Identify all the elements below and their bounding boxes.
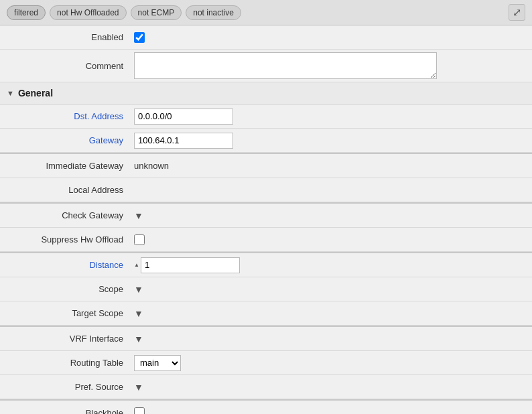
gateway-label: Gateway: [0, 135, 134, 145]
dst-address-input[interactable]: [134, 109, 233, 125]
check-gateway-dropdown-icon[interactable]: ▼: [134, 210, 143, 221]
scope-dropdown-icon[interactable]: ▼: [134, 284, 143, 295]
routing-table-value-container: main local default: [134, 355, 532, 371]
general-section-header[interactable]: ▼ General: [0, 82, 532, 105]
target-scope-dropdown-icon[interactable]: ▼: [134, 308, 143, 319]
vrf-interface-value-container: ▼: [134, 334, 532, 344]
scope-value-container: ▼: [134, 284, 532, 295]
vrf-interface-row: VRF Interface ▼: [0, 327, 532, 351]
top-filter-bar: filtered not Hw Offloaded not ECMP not i…: [0, 0, 532, 25]
enabled-checkbox[interactable]: [134, 32, 145, 43]
filter-tag-not-inactive[interactable]: not inactive: [186, 5, 241, 20]
target-scope-row: Target Scope ▼: [0, 301, 532, 326]
suppress-hw-offload-row: Suppress Hw Offload: [0, 228, 532, 252]
immediate-gateway-row: Immediate Gateway unknown: [0, 154, 532, 178]
check-gateway-value-container: ▼: [134, 210, 532, 221]
filter-tag-not-hw-offloaded[interactable]: not Hw Offloaded: [50, 5, 127, 20]
filter-tag-not-ecmp[interactable]: not ECMP: [131, 5, 182, 20]
vrf-interface-dropdown-icon[interactable]: ▼: [134, 334, 143, 344]
suppress-hw-offload-label: Suppress Hw Offload: [0, 234, 134, 245]
scope-label: Scope: [0, 284, 134, 294]
immediate-gateway-value: unknown: [134, 161, 169, 171]
gateway-row: Gateway: [0, 129, 532, 153]
immediate-gateway-value-container: unknown: [134, 161, 532, 171]
distance-up-arrow-icon[interactable]: ▲: [134, 263, 139, 268]
blackhole-label: Blackhole: [0, 408, 134, 415]
comment-field[interactable]: [134, 52, 437, 79]
local-address-label: Local Address: [0, 185, 134, 195]
gateway-input[interactable]: [134, 133, 233, 149]
distance-row: Distance ▲: [0, 253, 532, 277]
suppress-hw-offload-value-container: [134, 234, 532, 245]
check-gateway-row: Check Gateway ▼: [0, 204, 532, 228]
blackhole-checkbox[interactable]: [134, 407, 145, 414]
general-section-title: General: [18, 88, 53, 98]
comment-row: Comment: [0, 50, 532, 82]
distance-input[interactable]: [141, 257, 240, 273]
check-gateway-label: Check Gateway: [0, 210, 134, 220]
blackhole-row: Blackhole: [0, 401, 532, 414]
gateway-value-container: [134, 133, 532, 149]
dst-address-value-container: [134, 109, 532, 125]
comment-label: Comment: [0, 61, 134, 71]
pref-source-value-container: ▼: [134, 382, 532, 393]
pref-source-row: Pref. Source ▼: [0, 375, 532, 399]
target-scope-value-container: ▼: [134, 308, 532, 319]
collapse-triangle-icon: ▼: [7, 89, 14, 97]
comment-value: [134, 52, 532, 79]
immediate-gateway-label: Immediate Gateway: [0, 161, 134, 171]
target-scope-label: Target Scope: [0, 308, 134, 318]
suppress-hw-offload-checkbox[interactable]: [134, 234, 145, 245]
routing-table-select[interactable]: main local default: [134, 355, 181, 371]
routing-table-row: Routing Table main local default: [0, 351, 532, 375]
form-container: Enabled Comment ▼ General Dst. Address G…: [0, 25, 532, 414]
distance-label: Distance: [0, 260, 134, 270]
blackhole-value-container: [134, 407, 532, 414]
enabled-row: Enabled: [0, 25, 532, 50]
dst-address-row: Dst. Address: [0, 105, 532, 129]
vrf-interface-label: VRF Interface: [0, 334, 134, 344]
pref-source-dropdown-icon[interactable]: ▼: [134, 382, 143, 393]
routing-table-label: Routing Table: [0, 358, 134, 368]
filter-tag-filtered[interactable]: filtered: [7, 5, 46, 20]
dst-address-label: Dst. Address: [0, 111, 134, 121]
distance-value-container: ▲: [134, 257, 532, 273]
scope-row: Scope ▼: [0, 277, 532, 301]
distance-arrows[interactable]: ▲: [134, 263, 139, 268]
local-address-row: Local Address: [0, 178, 532, 202]
enabled-value: [134, 32, 532, 43]
enabled-label: Enabled: [0, 32, 134, 42]
expand-icon[interactable]: ⤢: [509, 4, 525, 21]
pref-source-label: Pref. Source: [0, 382, 134, 392]
distance-input-container: ▲: [134, 257, 240, 273]
